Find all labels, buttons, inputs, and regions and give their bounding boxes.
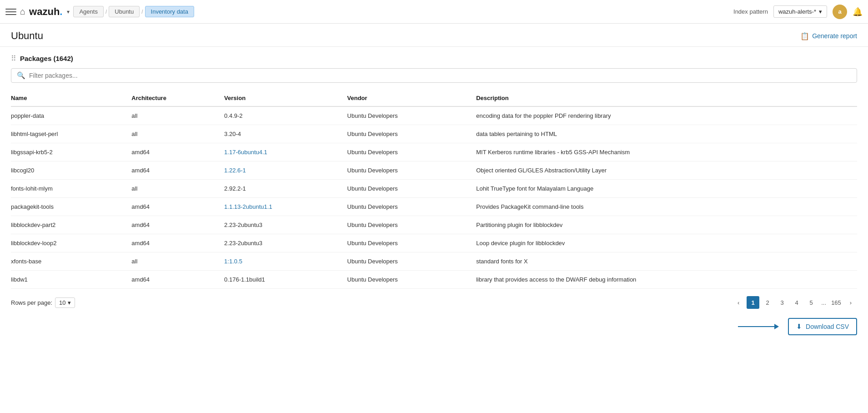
cell-name: poppler-data	[11, 106, 131, 125]
page-title: Ubuntu	[11, 30, 43, 42]
cell-description: Provides PackageKit command-line tools	[476, 198, 857, 216]
logo-dot: .	[60, 6, 62, 18]
col-header-architecture: Architecture	[131, 90, 224, 106]
cell-vendor: Ubuntu Developers	[347, 180, 477, 198]
cell-architecture: amd64	[131, 161, 224, 180]
pagination-page-5[interactable]: 5	[805, 296, 818, 309]
cell-vendor: Ubuntu Developers	[347, 234, 477, 252]
cell-architecture: amd64	[131, 234, 224, 252]
col-header-description: Description	[476, 90, 857, 106]
col-header-version: Version	[224, 90, 347, 106]
breadcrumb-agents[interactable]: Agents	[73, 6, 103, 17]
generate-report-button[interactable]: 📋 Generate report	[800, 32, 857, 40]
index-pattern-label: Index pattern	[733, 8, 768, 15]
cell-name: libgssapi-krb5-2	[11, 143, 131, 161]
nav-right: Index pattern wazuh-alerts-* ▾ a 🔔	[733, 5, 863, 19]
pagination-prev[interactable]: ‹	[732, 296, 745, 309]
cell-architecture: all	[131, 252, 224, 271]
pagination-page-3[interactable]: 3	[776, 296, 788, 309]
cell-architecture: amd64	[131, 143, 224, 161]
cell-description: MIT Kerberos runtime libraries - krb5 GS…	[476, 143, 857, 161]
cell-version[interactable]: 1.1.13-2ubuntu1.1	[224, 198, 347, 216]
cell-vendor: Ubuntu Developers	[347, 216, 477, 234]
chevron-down-icon[interactable]: ▾	[67, 9, 70, 15]
cell-architecture: amd64	[131, 271, 224, 289]
logo: wazuh.	[29, 6, 62, 18]
table-row: libcogl20 amd64 1.22.6-1 Ubuntu Develope…	[11, 161, 857, 180]
cell-version[interactable]: 1.17-6ubuntu4.1	[224, 143, 347, 161]
download-icon: ⬇	[796, 322, 802, 331]
breadcrumb-ubuntu[interactable]: Ubuntu	[109, 6, 140, 17]
cell-description: Partitioning plugin for libblockdev	[476, 216, 857, 234]
avatar[interactable]: a	[833, 5, 847, 19]
cell-name: libblockdev-part2	[11, 216, 131, 234]
cell-name: fonts-lohit-mlym	[11, 180, 131, 198]
cell-name: libblockdev-loop2	[11, 234, 131, 252]
filter-packages-input[interactable]	[29, 72, 851, 79]
cell-architecture: amd64	[131, 198, 224, 216]
breadcrumb-inventory-data[interactable]: Inventory data	[145, 6, 194, 17]
pagination-page-2[interactable]: 2	[761, 296, 774, 309]
table-row: packagekit-tools amd64 1.1.13-2ubuntu1.1…	[11, 198, 857, 216]
index-pattern-chevron-icon: ▾	[819, 8, 822, 15]
cell-version: 2.92.2-1	[224, 180, 347, 198]
cell-architecture: all	[131, 125, 224, 143]
cell-description: Lohit TrueType font for Malayalam Langua…	[476, 180, 857, 198]
index-pattern-select[interactable]: wazuh-alerts-* ▾	[773, 5, 827, 18]
table-row: libgssapi-krb5-2 amd64 1.17-6ubuntu4.1 U…	[11, 143, 857, 161]
main-content: ⠿ Packages (1642) 🔍 Name Architecture Ve…	[0, 47, 868, 342]
table-footer: Rows per page: 10 ▾ ‹ 1 2 3 4 5 ... 165 …	[11, 289, 857, 314]
report-icon: 📋	[800, 32, 809, 40]
rows-per-page-select[interactable]: 10 ▾	[55, 297, 75, 308]
pagination-dots: ...	[819, 299, 828, 306]
table-row: poppler-data all 0.4.9-2 Ubuntu Develope…	[11, 106, 857, 125]
packages-table: Name Architecture Version Vendor Descrip…	[11, 90, 857, 289]
pagination-page-1[interactable]: 1	[747, 296, 759, 309]
cell-version: 2.23-2ubuntu3	[224, 216, 347, 234]
cell-version: 3.20-4	[224, 125, 347, 143]
cell-description: Loop device plugin for libblockdev	[476, 234, 857, 252]
cell-vendor: Ubuntu Developers	[347, 125, 477, 143]
top-navigation: ⌂ wazuh. ▾ Agents / Ubuntu / Inventory d…	[0, 0, 868, 24]
arrow-icon	[738, 324, 779, 329]
cell-description: standard fonts for X	[476, 252, 857, 271]
cell-name: packagekit-tools	[11, 198, 131, 216]
cell-version[interactable]: 1:1.0.5	[224, 252, 347, 271]
table-row: fonts-lohit-mlym all 2.92.2-1 Ubuntu Dev…	[11, 180, 857, 198]
cell-version: 0.176-1.1build1	[224, 271, 347, 289]
pagination-page-last[interactable]: 165	[830, 296, 843, 309]
table-row: libhtml-tagset-perl all 3.20-4 Ubuntu De…	[11, 125, 857, 143]
cell-architecture: all	[131, 106, 224, 125]
pagination: ‹ 1 2 3 4 5 ... 165 ›	[732, 296, 857, 309]
table-row: libblockdev-loop2 amd64 2.23-2ubuntu3 Ub…	[11, 234, 857, 252]
download-csv-label: Download CSV	[806, 323, 849, 330]
pagination-page-4[interactable]: 4	[790, 296, 803, 309]
hamburger-menu[interactable]	[5, 6, 16, 17]
cell-vendor: Ubuntu Developers	[347, 143, 477, 161]
cell-version[interactable]: 1.22.6-1	[224, 161, 347, 180]
pagination-next[interactable]: ›	[844, 296, 857, 309]
cell-vendor: Ubuntu Developers	[347, 271, 477, 289]
cell-vendor: Ubuntu Developers	[347, 161, 477, 180]
rows-per-page: Rows per page: 10 ▾	[11, 297, 75, 308]
drag-handle-icon[interactable]: ⠿	[11, 54, 16, 63]
search-icon: 🔍	[17, 71, 25, 80]
breadcrumb: Agents / Ubuntu / Inventory data	[73, 6, 730, 17]
home-icon[interactable]: ⌂	[20, 6, 25, 17]
cell-vendor: Ubuntu Developers	[347, 106, 477, 125]
generate-report-label: Generate report	[812, 32, 857, 40]
section-header: ⠿ Packages (1642)	[11, 54, 857, 63]
table-row: libblockdev-part2 amd64 2.23-2ubuntu3 Ub…	[11, 216, 857, 234]
cell-description: Object oriented GL/GLES Abstraction/Util…	[476, 161, 857, 180]
cell-vendor: Ubuntu Developers	[347, 198, 477, 216]
bell-icon[interactable]: 🔔	[853, 7, 863, 17]
download-csv-section: ⬇ Download CSV	[11, 314, 857, 335]
download-csv-button[interactable]: ⬇ Download CSV	[788, 318, 857, 335]
cell-architecture: amd64	[131, 216, 224, 234]
cell-vendor: Ubuntu Developers	[347, 252, 477, 271]
rows-per-page-label: Rows per page:	[11, 299, 52, 306]
col-header-name: Name	[11, 90, 131, 106]
cell-description: data tables pertaining to HTML	[476, 125, 857, 143]
rows-per-page-chevron-icon: ▾	[68, 299, 71, 306]
cell-architecture: all	[131, 180, 224, 198]
